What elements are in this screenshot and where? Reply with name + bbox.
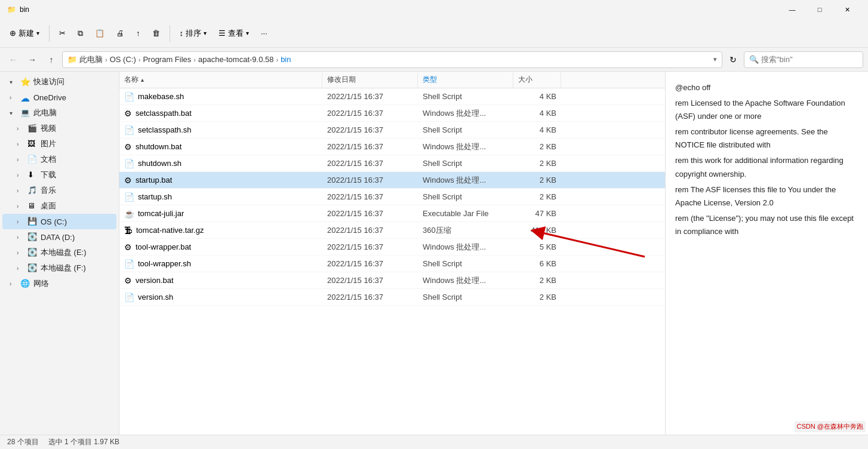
pc-icon bbox=[20, 108, 30, 118]
file-size-cell: 4 KB bbox=[513, 125, 561, 134]
sidebar-item-drive-d[interactable]: › DATA (D:) bbox=[2, 229, 116, 245]
delete-button[interactable]: 🗑 bbox=[147, 23, 165, 44]
sidebar-item-quick-access[interactable]: ▾ 快速访问 bbox=[2, 74, 116, 90]
expand-icon-onedrive: › bbox=[10, 94, 17, 101]
download-icon bbox=[27, 170, 37, 180]
sidebar-item-onedrive[interactable]: › OneDrive bbox=[2, 90, 116, 105]
expand-icon-doc: › bbox=[17, 156, 24, 163]
table-row[interactable]: 📄makebase.sh2022/1/15 16:37Shell Script4… bbox=[119, 88, 665, 105]
drive-f-icon bbox=[27, 263, 37, 273]
table-row[interactable]: 🗜tomcat-native.tar.gz2022/1/15 16:37360压… bbox=[119, 222, 665, 239]
share-button[interactable]: ↑ bbox=[131, 23, 145, 44]
crumb-2[interactable]: OS (C:) bbox=[110, 55, 136, 64]
file-area: 名称 ▴ 修改日期 类型 大小 📄makebase.sh2022/1/15 16… bbox=[119, 72, 665, 435]
paste-button[interactable]: 📋 bbox=[90, 23, 109, 44]
expand-icon-pc: ▾ bbox=[10, 110, 17, 116]
table-row[interactable]: 📄setclasspath.sh2022/1/15 16:37Shell Scr… bbox=[119, 122, 665, 139]
sidebar-item-drive-e[interactable]: › 本地磁盘 (E:) bbox=[2, 245, 116, 260]
table-row[interactable]: 📄tool-wrapper.sh2022/1/15 16:37Shell Scr… bbox=[119, 256, 665, 272]
table-row[interactable]: 📄startup.sh2022/1/15 16:37Shell Script2 … bbox=[119, 189, 665, 205]
refresh-button[interactable]: ↻ bbox=[725, 51, 741, 68]
file-type-cell: Shell Script bbox=[418, 192, 513, 201]
table-row[interactable]: ⚙tool-wrapper.bat2022/1/15 16:37Windows … bbox=[119, 239, 665, 256]
crumb-1[interactable]: 此电脑 bbox=[79, 54, 103, 65]
table-row[interactable]: ☕tomcat-juli.jar2022/1/15 16:37Executabl… bbox=[119, 205, 665, 222]
sidebar: ▾ 快速访问 › OneDrive ▾ 此电脑 › 视频 › 图片 › 文档 bbox=[0, 72, 119, 435]
col-header-date[interactable]: 修改日期 bbox=[322, 72, 418, 88]
cut-button[interactable]: ✂ bbox=[54, 23, 70, 44]
preview-line: rem this work for additional information… bbox=[675, 154, 858, 180]
more-button[interactable]: ··· bbox=[256, 23, 272, 44]
table-row[interactable]: ⚙shutdown.bat2022/1/15 16:37Windows 批处理.… bbox=[119, 139, 665, 155]
cut-icon: ✂ bbox=[59, 29, 66, 38]
file-type-cell: Windows 批处理... bbox=[418, 108, 513, 119]
star-icon bbox=[20, 77, 30, 87]
expand-icon: ▾ bbox=[10, 79, 17, 85]
main-content: ▾ 快速访问 › OneDrive ▾ 此电脑 › 视频 › 图片 › 文档 bbox=[0, 72, 868, 435]
table-row[interactable]: 📄shutdown.sh2022/1/15 16:37Shell Script2… bbox=[119, 155, 665, 172]
file-date-cell: 2022/1/15 16:37 bbox=[322, 142, 418, 151]
sort-button[interactable]: ↕ 排序 ▾ bbox=[175, 23, 212, 44]
crumb-4[interactable]: apache-tomcat-9.0.58 bbox=[198, 55, 273, 64]
file-date-cell: 2022/1/15 16:37 bbox=[322, 109, 418, 118]
search-icon: 🔍 bbox=[749, 55, 759, 64]
view-button[interactable]: ☰ 查看 ▾ bbox=[214, 23, 254, 44]
file-name-cell: 📄setclasspath.sh bbox=[119, 125, 322, 135]
sidebar-item-documents[interactable]: › 文档 bbox=[2, 152, 116, 167]
file-name-cell: 🗜tomcat-native.tar.gz bbox=[119, 226, 322, 235]
search-box[interactable]: 🔍 bbox=[744, 51, 863, 68]
table-row[interactable]: 📄version.sh2022/1/15 16:37Shell Script2 … bbox=[119, 289, 665, 306]
table-row[interactable]: ⚙version.bat2022/1/15 16:37Windows 批处理..… bbox=[119, 272, 665, 289]
window-icon: 📁 bbox=[7, 5, 16, 14]
expand-icon-video: › bbox=[17, 125, 24, 132]
copy-icon: ⧉ bbox=[78, 29, 83, 38]
window-title: bin bbox=[20, 5, 29, 14]
back-button[interactable]: ← bbox=[5, 51, 21, 68]
minimize-button[interactable]: — bbox=[778, 0, 806, 19]
music-icon bbox=[27, 186, 37, 195]
table-row[interactable]: ⚙startup.bat2022/1/15 16:37Windows 批处理..… bbox=[119, 172, 665, 189]
file-size-cell: 2 KB bbox=[513, 176, 561, 184]
file-date-cell: 2022/1/15 16:37 bbox=[322, 192, 418, 201]
file-type-cell: Windows 批处理... bbox=[418, 275, 513, 286]
sidebar-item-desktop[interactable]: › 桌面 bbox=[2, 198, 116, 214]
close-button[interactable]: ✕ bbox=[833, 0, 861, 19]
folder-icon-address: 📁 bbox=[67, 55, 77, 64]
col-header-size[interactable]: 大小 bbox=[513, 72, 561, 88]
up-button[interactable]: ↑ bbox=[43, 51, 60, 68]
maximize-button[interactable]: □ bbox=[806, 0, 833, 19]
search-input[interactable] bbox=[761, 55, 858, 64]
expand-icon-dl: › bbox=[17, 172, 24, 179]
forward-button[interactable]: → bbox=[24, 51, 41, 68]
file-date-cell: 2022/1/15 16:37 bbox=[322, 276, 418, 285]
file-icon: 📄 bbox=[124, 192, 134, 202]
sidebar-item-network[interactable]: › 网络 bbox=[2, 276, 116, 291]
preview-line: rem (the "License"); you may not use thi… bbox=[675, 212, 858, 238]
address-bar[interactable]: 📁 此电脑 › OS (C:) › Program Files › apache… bbox=[62, 51, 722, 68]
cloud-icon bbox=[20, 93, 30, 102]
sidebar-item-video[interactable]: › 视频 bbox=[2, 121, 116, 136]
address-chevron-end-icon: ▾ bbox=[713, 56, 717, 63]
crumb-3[interactable]: Program Files bbox=[143, 55, 191, 64]
file-date-cell: 2022/1/15 16:37 bbox=[322, 125, 418, 134]
sidebar-item-pictures[interactable]: › 图片 bbox=[2, 136, 116, 152]
file-date-cell: 2022/1/15 16:37 bbox=[322, 226, 418, 235]
sidebar-item-this-pc[interactable]: ▾ 此电脑 bbox=[2, 105, 116, 121]
col-header-name[interactable]: 名称 ▴ bbox=[119, 72, 322, 88]
preview-line: rem The ASF licenses this file to You un… bbox=[675, 183, 858, 210]
file-icon: 📄 bbox=[124, 92, 134, 102]
print-button[interactable]: 🖨 bbox=[112, 23, 129, 44]
col-header-type[interactable]: 类型 bbox=[418, 72, 513, 88]
file-date-cell: 2022/1/15 16:37 bbox=[322, 92, 418, 101]
sidebar-item-drive-f[interactable]: › 本地磁盘 (F:) bbox=[2, 260, 116, 276]
sidebar-item-drive-c[interactable]: › OS (C:) bbox=[2, 214, 116, 229]
table-row[interactable]: ⚙setclasspath.bat2022/1/15 16:37Windows … bbox=[119, 105, 665, 122]
sidebar-item-downloads[interactable]: › 下载 bbox=[2, 167, 116, 183]
new-button[interactable]: ⊕ 新建 ▾ bbox=[5, 23, 44, 44]
sidebar-item-music[interactable]: › 音乐 bbox=[2, 183, 116, 198]
copy-button[interactable]: ⧉ bbox=[73, 23, 88, 44]
crumb-5[interactable]: bin bbox=[281, 55, 291, 64]
file-type-cell: 360压缩 bbox=[418, 225, 513, 236]
preview-panel: @echo offrem Licensed to the Apache Soft… bbox=[665, 72, 868, 435]
expand-icon-e: › bbox=[17, 250, 24, 256]
